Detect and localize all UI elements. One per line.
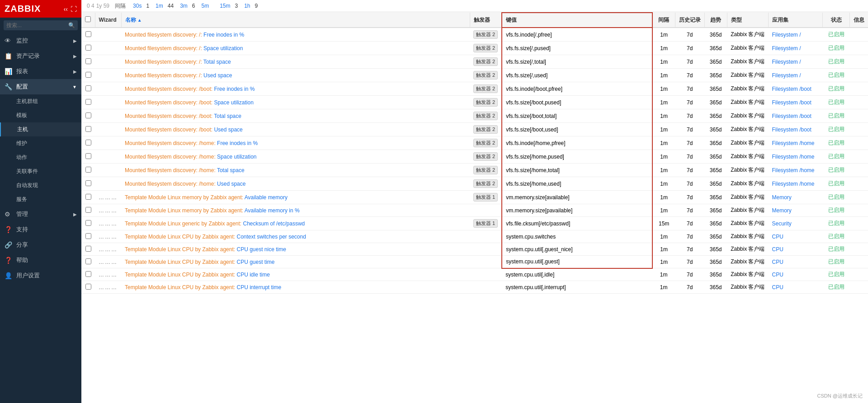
search-input[interactable] [4, 20, 78, 30]
row-checkbox[interactable] [85, 220, 91, 226]
expand-icon[interactable]: ⛶ [71, 5, 77, 13]
trigger-button[interactable]: 触发器 2 [473, 125, 498, 134]
appset-link[interactable]: Filesystem /boot [772, 99, 811, 106]
name-link[interactable]: Space utilization [217, 154, 256, 160]
appset-link[interactable]: CPU [772, 259, 783, 265]
trigger-button[interactable]: 触发器 2 [473, 44, 498, 52]
trigger-button[interactable]: 触发器 1 [473, 193, 498, 202]
name-link[interactable]: Available memory in % [245, 207, 300, 214]
sidebar-sub-item-discovery[interactable]: 自动发现 [0, 178, 81, 192]
row-checkbox[interactable] [85, 45, 91, 51]
name-link[interactable]: Total space [214, 113, 241, 119]
appset-link[interactable]: Filesystem /home [772, 140, 815, 146]
appset-link[interactable]: CPU [772, 284, 783, 291]
sidebar-sub-item-correlation[interactable]: 关联事件 [0, 164, 81, 178]
appset-link[interactable]: Memory [772, 207, 792, 214]
trigger-button[interactable]: 触发器 2 [473, 179, 498, 188]
sidebar-sub-item-services[interactable]: 服务 [0, 192, 81, 206]
row-checkbox[interactable] [85, 58, 91, 64]
sidebar-sub-item-host-groups[interactable]: 主机群组 [0, 94, 81, 108]
appset-link[interactable]: Filesystem /boot [772, 127, 811, 133]
row-checkbox[interactable] [85, 167, 91, 173]
row-checkbox[interactable] [85, 99, 91, 105]
appset-link[interactable]: Filesystem / [772, 72, 801, 79]
interval-30s[interactable]: 30s [130, 2, 144, 10]
name-link[interactable]: Free inodes in % [214, 86, 255, 92]
sidebar-item-reports[interactable]: 📊 报表 ▶ [0, 64, 81, 79]
name-link[interactable]: Space utilization [203, 45, 243, 52]
sidebar-item-help[interactable]: ❓ 帮助 [0, 253, 81, 268]
trigger-button[interactable]: 触发器 2 [473, 84, 498, 93]
row-checkbox[interactable] [85, 246, 91, 252]
row-checkbox[interactable] [85, 258, 91, 264]
name-link[interactable]: Free inodes in % [203, 32, 244, 38]
name-link[interactable]: CPU idle time [236, 272, 269, 278]
trigger-button[interactable]: 触发器 2 [473, 112, 498, 120]
row-checkbox[interactable] [85, 126, 91, 132]
name-link[interactable]: Free inodes in % [217, 140, 258, 146]
appset-link[interactable]: Filesystem / [772, 32, 801, 38]
name-link[interactable]: Total space [203, 59, 231, 65]
appset-link[interactable]: CPU [772, 234, 783, 240]
row-checkbox[interactable] [85, 112, 91, 118]
row-checkbox[interactable] [85, 31, 91, 37]
appset-link[interactable]: Filesystem /home [772, 181, 815, 187]
interval-15m[interactable]: 15m [217, 2, 233, 10]
trigger-button[interactable]: 触发器 2 [473, 71, 498, 80]
trigger-button[interactable]: 触发器 2 [473, 166, 498, 174]
sidebar-item-support[interactable]: ❓ 支持 [0, 222, 81, 237]
select-all-checkbox[interactable] [85, 16, 91, 22]
trigger-button[interactable]: 触发器 2 [473, 139, 498, 147]
name-link[interactable]: Used space [217, 181, 245, 187]
trigger-button[interactable]: 触发器 2 [473, 57, 498, 66]
trigger-button[interactable]: 触发器 2 [473, 152, 498, 161]
appset-link[interactable]: CPU [772, 246, 783, 253]
trigger-button[interactable]: 触发器 2 [473, 98, 498, 107]
sidebar-item-config[interactable]: 🔧 配置 ▼ [0, 79, 81, 94]
sidebar-sub-item-hosts[interactable]: 主机 [0, 122, 81, 136]
sidebar-item-monitoring[interactable]: 👁 监控 ▶ [0, 33, 81, 48]
name-link[interactable]: CPU guest time [236, 259, 274, 265]
header-name[interactable]: 名称 ▲ [121, 13, 470, 28]
appset-link[interactable]: Filesystem / [772, 45, 801, 52]
row-checkbox[interactable] [85, 271, 91, 277]
sidebar-item-admin[interactable]: ⚙ 管理 ▶ [0, 206, 81, 222]
name-link[interactable]: Space utilization [214, 99, 253, 106]
appset-link[interactable]: Filesystem /home [772, 154, 815, 160]
sidebar-sub-item-templates[interactable]: 模板 [0, 108, 81, 122]
name-link[interactable]: Used space [203, 72, 232, 79]
appset-link[interactable]: Memory [772, 194, 792, 201]
row-checkbox[interactable] [85, 194, 91, 200]
name-link[interactable]: Context switches per second [236, 234, 306, 240]
trigger-button[interactable]: 触发器 1 [473, 219, 498, 228]
row-checkbox[interactable] [85, 233, 91, 239]
appset-link[interactable]: Security [772, 220, 792, 227]
name-link[interactable]: Used space [214, 127, 242, 133]
name-link[interactable]: Checksum of /etc/passwd [243, 220, 305, 227]
sidebar-item-assets[interactable]: 📋 资产记录 ▶ [0, 48, 81, 64]
appset-link[interactable]: Filesystem /boot [772, 86, 811, 92]
row-checkbox[interactable] [85, 153, 91, 159]
appset-link[interactable]: CPU [772, 272, 783, 278]
row-checkbox[interactable] [85, 85, 91, 91]
interval-5m[interactable]: 5m [198, 2, 212, 10]
appset-link[interactable]: Filesystem / [772, 59, 801, 65]
row-checkbox[interactable] [85, 140, 91, 145]
name-link[interactable]: Available memory [245, 194, 288, 201]
row-checkbox[interactable] [85, 207, 91, 213]
row-checkbox[interactable] [85, 284, 91, 290]
sidebar-sub-item-maintenance[interactable]: 维护 [0, 136, 81, 150]
row-checkbox[interactable] [85, 180, 91, 186]
interval-1h[interactable]: 1h [241, 2, 253, 10]
collapse-icon[interactable]: ‹‹ [64, 5, 68, 13]
interval-3m[interactable]: 3m [177, 2, 190, 10]
sidebar-item-user-settings[interactable]: 👤 用户设置 [0, 268, 81, 283]
appset-link[interactable]: Filesystem /boot [772, 113, 811, 119]
interval-1m[interactable]: 1m [153, 2, 166, 10]
name-link[interactable]: CPU interrupt time [236, 284, 281, 291]
trigger-button[interactable]: 触发器 2 [473, 30, 498, 39]
name-link[interactable]: Total space [217, 167, 245, 173]
appset-link[interactable]: Filesystem /home [772, 167, 815, 173]
sidebar-sub-item-actions[interactable]: 动作 [0, 150, 81, 164]
row-checkbox[interactable] [85, 72, 91, 78]
